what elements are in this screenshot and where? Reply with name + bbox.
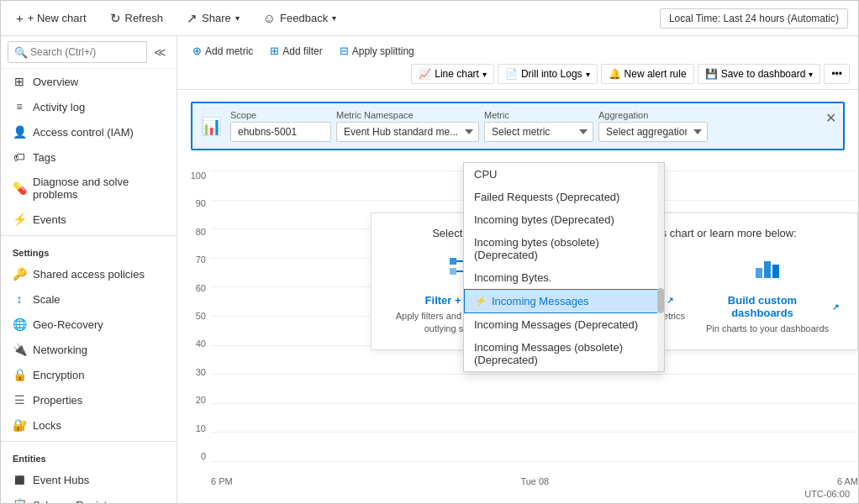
grid-line-20 <box>211 403 858 404</box>
dropdown-item-incoming-messages-obsolete[interactable]: Incoming Messages (obsolete) (Deprecated… <box>464 336 664 371</box>
share-button[interactable]: ↗ Share ▾ <box>182 8 245 29</box>
save-dashboard-icon: 💾 <box>705 68 718 80</box>
line-chart-button[interactable]: 📈 Line chart ▾ <box>411 64 494 84</box>
sidebar-item-schema-registry[interactable]: 📋 Schema Registry <box>1 492 177 503</box>
sidebar: 🔍 ≪ ⊞ Overview ≡ Activity log 👤 Access c… <box>1 36 177 503</box>
dropdown-item-cpu[interactable]: CPU <box>464 163 664 186</box>
y-label-0: 0 <box>201 451 206 461</box>
apply-splitting-button[interactable]: ⊟ Apply splitting <box>333 41 421 60</box>
line-chart-chevron: ▾ <box>482 70 487 79</box>
feedback-icon: ☺ <box>263 11 276 25</box>
close-config-button[interactable]: ✕ <box>825 110 836 126</box>
access-control-icon: 👤 <box>13 125 26 139</box>
overview-icon: ⊞ <box>13 75 26 88</box>
grid-line-10 <box>211 432 858 433</box>
x-label-tue08: Tue 08 <box>520 476 549 486</box>
sidebar-item-shared-access[interactable]: 🔑 Shared access policies <box>1 261 177 286</box>
sidebar-item-encryption[interactable]: 🔒 Encryption <box>1 362 177 387</box>
aggregation-select[interactable]: Select aggregation <box>598 122 708 142</box>
sidebar-search-input[interactable] <box>8 41 147 63</box>
sidebar-item-geo-recovery[interactable]: 🌐 Geo-Recovery <box>1 312 177 337</box>
dropdown-item-incoming-messages-deprecated[interactable]: Incoming Messages (Deprecated) <box>464 313 664 336</box>
y-label-30: 30 <box>196 367 206 377</box>
dropdown-item-incoming-bytes-obsolete[interactable]: Incoming bytes (obsolete) (Deprecated) <box>464 231 664 266</box>
save-dashboard-chevron: ▾ <box>809 70 813 79</box>
sidebar-item-diagnose[interactable]: 💊 Diagnose and solve problems <box>1 170 177 207</box>
y-label-50: 50 <box>196 311 206 321</box>
feedback-button[interactable]: ☺ Feedback ▾ <box>258 8 341 29</box>
geo-recovery-icon: 🌐 <box>13 318 26 331</box>
sidebar-item-overview[interactable]: ⊞ Overview <box>1 69 177 94</box>
aggregation-section: Aggregation Select aggregation <box>598 110 708 142</box>
svg-rect-8 <box>772 265 779 278</box>
metric-select[interactable]: Select metric <box>484 122 593 142</box>
feedback-chevron-icon: ▾ <box>332 13 336 23</box>
add-filter-icon: ⊞ <box>270 45 279 57</box>
drill-logs-chevron: ▾ <box>586 70 590 79</box>
schema-registry-icon: 📋 <box>13 498 26 503</box>
sidebar-item-activity-log[interactable]: ≡ Activity log <box>1 94 177 119</box>
utc-label: UTC-06:00 <box>804 489 850 499</box>
refresh-button[interactable]: ↻ Refresh <box>105 8 169 29</box>
incoming-messages-icon: ⚡ <box>475 296 487 307</box>
dropdown-item-incoming-bytes-deprecated[interactable]: Incoming bytes (Deprecated) <box>464 208 664 231</box>
sidebar-item-events[interactable]: ⚡ Events <box>1 207 177 232</box>
new-chart-icon: + <box>16 11 24 25</box>
namespace-label: Metric Namespace <box>336 110 479 120</box>
y-label-20: 20 <box>196 395 206 405</box>
namespace-section: Metric Namespace Event Hub standard me..… <box>336 110 479 142</box>
chart-area: 100 90 80 70 60 50 40 30 20 10 0 <box>177 162 858 503</box>
save-to-dashboard-button[interactable]: 💾 Save to dashboard ▾ <box>698 64 821 84</box>
metric-dropdown-scrollbar[interactable] <box>657 163 664 371</box>
svg-rect-7 <box>764 261 771 278</box>
sidebar-item-access-control[interactable]: 👤 Access control (IAM) <box>1 119 177 144</box>
dropdown-item-incoming-messages[interactable]: ⚡ Incoming Messages <box>464 289 664 313</box>
y-label-40: 40 <box>196 339 206 349</box>
y-label-10: 10 <box>196 423 206 433</box>
metric-section: Metric Select metric <box>484 110 593 142</box>
event-hubs-icon: ⬛ <box>13 473 26 486</box>
svg-rect-0 <box>450 258 456 265</box>
settings-section-header: Settings <box>1 239 177 261</box>
aggregation-label: Aggregation <box>598 110 708 120</box>
toolbar-right: Local Time: Last 24 hours (Automatic) <box>660 8 848 29</box>
more-options-button[interactable]: ••• <box>824 64 850 84</box>
metrics-toolbar: ⊕ Add metric ⊞ Add filter ⊟ Apply splitt… <box>177 36 858 90</box>
chart-config-row: 📊 Scope Metric Namespace Event Hub stand… <box>191 102 845 150</box>
main-layout: 🔍 ≪ ⊞ Overview ≡ Activity log 👤 Access c… <box>1 36 858 503</box>
networking-icon: 🔌 <box>13 343 26 356</box>
build-dashboards-title[interactable]: Build custom dashboards ↗ <box>696 294 839 319</box>
new-chart-button[interactable]: + + New chart <box>11 8 92 29</box>
sidebar-item-event-hubs[interactable]: ⬛ Event Hubs <box>1 467 177 492</box>
namespace-select[interactable]: Event Hub standard me... <box>336 122 479 142</box>
dropdown-item-failed-requests[interactable]: Failed Requests (Deprecated) <box>464 186 664 208</box>
sidebar-item-networking[interactable]: 🔌 Networking <box>1 337 177 362</box>
sidebar-item-tags[interactable]: 🏷 Tags <box>1 144 177 170</box>
drill-into-logs-button[interactable]: 📄 Drill into Logs ▾ <box>498 64 598 84</box>
dropdown-item-incoming-bytes[interactable]: Incoming Bytes. <box>464 266 664 289</box>
y-axis: 100 90 80 70 60 50 40 30 20 10 0 <box>177 171 211 461</box>
shared-access-icon: 🔑 <box>13 267 26 281</box>
new-alert-icon: 🔔 <box>609 68 621 80</box>
svg-rect-6 <box>756 268 762 278</box>
y-label-60: 60 <box>196 283 206 293</box>
metric-dropdown-scrollbar-thumb <box>657 288 664 313</box>
line-chart-icon: 📈 <box>419 68 431 80</box>
add-metric-button[interactable]: ⊕ Add metric <box>186 41 260 60</box>
share-icon: ↗ <box>187 11 198 26</box>
grid-line-0 <box>211 461 858 462</box>
local-time-badge: Local Time: Last 24 hours (Automatic) <box>660 8 848 29</box>
toolbar-right-buttons: 📈 Line chart ▾ 📄 Drill into Logs ▾ 🔔 New… <box>411 64 850 84</box>
scope-section: Scope <box>230 110 331 142</box>
scope-input[interactable] <box>230 122 331 142</box>
sidebar-collapse-button[interactable]: ≪ <box>150 44 170 60</box>
x-label-6pm: 6 PM <box>211 476 233 486</box>
sidebar-item-properties[interactable]: ☰ Properties <box>1 387 177 412</box>
sidebar-item-locks[interactable]: 🔐 Locks <box>1 412 177 438</box>
build-dashboards-icon <box>696 253 839 289</box>
new-alert-rule-button[interactable]: 🔔 New alert rule <box>601 64 694 84</box>
add-filter-button[interactable]: ⊞ Add filter <box>263 41 329 60</box>
activity-log-icon: ≡ <box>13 100 26 113</box>
refresh-icon: ↻ <box>110 11 121 26</box>
sidebar-item-scale[interactable]: ↕ Scale <box>1 286 177 312</box>
